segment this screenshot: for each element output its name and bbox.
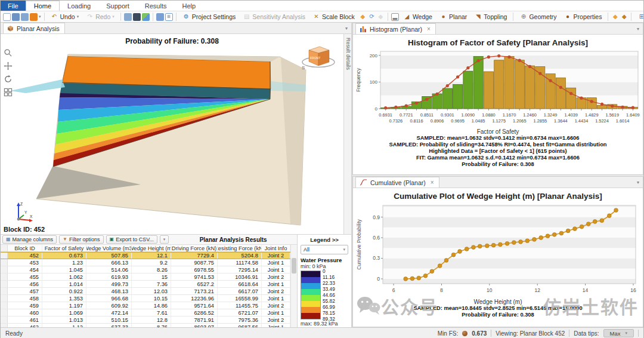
tab-planar-analysis[interactable]: Planar Analysis [3,23,65,33]
histogram-plot[interactable]: 0100200Frequency0.69310.73260.77210.8116… [354,49,642,128]
export-csv-button[interactable]: ▣ Export to CSV... [106,235,157,244]
data-tips-label: Data tips: [574,330,599,337]
rotate-block-icon[interactable]: ⟳ [368,13,376,21]
column-header[interactable]: Joint Info [262,245,290,251]
sensitivity-analysis-button[interactable]: ▤Sensitivity Analysis [240,13,308,21]
table-row[interactable]: 4581.353966.6810.1512236.9616558.99Joint… [1,295,290,302]
pan-icon[interactable] [2,60,13,71]
chevron-down-icon[interactable]: ▾ [637,180,639,185]
menu-tab-support[interactable]: Support [98,1,137,11]
project-settings-button[interactable]: ⚙Project Settings [179,13,239,21]
tab-histogram-planar[interactable]: Histogram (Planar) × [355,23,436,34]
table-cell: 455 [8,274,42,280]
planar-button[interactable]: ●Planar [436,13,470,21]
add-button[interactable]: ⊞Add [634,13,643,21]
undo-button[interactable]: ↶Undo▾ [48,13,82,21]
color-band [301,277,320,283]
viewport-title: Probability of Failure: 0.308 [1,37,343,45]
chevron-down-icon[interactable]: ▾ [637,26,639,32]
toppling-button[interactable]: ◥Toppling [471,13,510,21]
chevron-down-icon[interactable]: ▾ [345,26,348,31]
report-icon[interactable]: ≡ [165,13,173,21]
scale-block-button[interactable]: ✕Scale Block [309,13,358,21]
menu-tab-help[interactable]: Help [174,1,203,11]
scrollbar-thumb[interactable] [292,258,296,274]
data-tips-dropdown[interactable]: Max ▾ [603,329,634,337]
save-icon[interactable] [12,13,20,21]
table-row[interactable]: 4561.014499.737.366527.26618.64Joint 1 [1,281,290,288]
close-icon[interactable]: × [431,179,434,186]
column-header[interactable]: Wedge Volume (m3) [86,245,132,251]
table-cell: 10346.91 [218,274,262,280]
legend-header[interactable]: Legend >> [301,236,348,243]
orientation-cube[interactable]: S FRONT [299,42,338,73]
menu-tab-loading[interactable]: Loading [60,1,98,11]
svg-text:0.9: 0.9 [373,214,380,220]
ribbon-separator [176,13,177,21]
table-cell: 609.92 [86,302,132,309]
geometry-button[interactable]: ⊕Geometry [516,13,559,21]
copy-view-icon[interactable] [156,13,164,21]
table-cell: 6527.2 [171,281,218,287]
tab-cumulative-planar[interactable]: Cumulative (Planar) × [355,177,439,188]
image-export-icon[interactable] [142,13,150,21]
cumulative-plot[interactable]: 00.30.60.96810121416Cumulative Probabili… [354,202,642,298]
legend-filter-dropdown[interactable]: All ▾ [301,245,348,254]
svg-text:Y: Y [24,210,27,214]
dark-view-icon[interactable] [133,13,141,21]
table-cell: 1.069 [42,309,86,316]
table-cell: Joint 1 [262,281,290,287]
3d-scene[interactable] [1,34,345,235]
column-header[interactable]: Factor of Safety [42,245,86,251]
table-scrollbar[interactable] [290,245,297,327]
color-band [301,313,320,319]
table-row[interactable]: 4621.12637.338.768603.979687.56Joint 1 [1,324,290,327]
paint-down-icon[interactable]: ◆ [611,13,619,21]
paint-up-icon[interactable]: ◆ [620,13,628,21]
menu-tab-results[interactable]: Results [137,1,175,11]
filter-blocks-icon[interactable]: ◆ [377,13,385,21]
table-row[interactable]: 4611.013510.1512.87871.917975.36Joint 2 [1,317,290,324]
wedge-button[interactable]: ◢Wedge [400,13,435,21]
rotate-icon[interactable] [2,73,13,84]
table-row[interactable]: 4531.23666.139.29087.7511174.58Joint 1 [1,259,290,266]
3d-viewport[interactable]: Probability of Failure: 0.308 [1,34,351,235]
table-cell: 453 [8,259,42,266]
close-icon[interactable]: × [427,26,431,32]
column-header[interactable]: Resisting Force (kN) [218,245,262,251]
result-details-tab[interactable]: Result details [343,34,351,234]
redo-button[interactable]: ↷Redo▾ [83,13,117,21]
filter-options-button[interactable]: ▼ Filter options [59,235,103,244]
chart-frame-icon[interactable]: ▂ [391,13,399,21]
save-all-icon[interactable] [21,13,29,21]
table-cell: 9087.75 [171,259,218,266]
zoom-icon[interactable] [2,47,13,58]
ribbon-separator [608,13,608,21]
wand-icon[interactable]: ◆ [359,13,367,21]
status-bar: Ready Min FS: 0.673 Viewing: Planar Bloc… [1,327,643,338]
chevron-down-icon: ▾ [163,237,166,242]
new-file-icon[interactable] [3,13,11,21]
file-menu-button[interactable]: File [1,1,26,11]
screenshot-icon[interactable] [124,13,132,21]
column-header[interactable]: Block ID [8,245,42,251]
export-csv-caret-button[interactable]: ▾ [160,235,169,244]
stat-line: Probability of Failure: 0.308 [354,312,642,318]
block-color-icon[interactable] [30,13,38,21]
manage-columns-button[interactable]: ▦ Manage columns [2,235,57,244]
table-row[interactable]: 4551.062619.93159741.5310346.91Joint 2 [1,274,290,281]
table-row[interactable]: 4570.922468.1312.037173.216617.07Joint 2 [1,288,290,295]
table-cell: 7729.4 [171,253,218,259]
properties-button[interactable]: ●Properties [561,13,605,21]
table-row[interactable]: 4541.045514.068.266978.557295.14Joint 1 [1,266,290,274]
view-extents-icon[interactable] [2,87,13,97]
column-header[interactable]: Wedge Height (m) [132,245,171,251]
table-row[interactable]: 4601.069472.147.616286.526721.07Joint 1 [1,309,290,317]
planar-block-icon [462,331,467,336]
table-row[interactable]: 4591.197609.9214.869571.6411455.75Joint … [1,302,290,309]
cube-front-label: FRONT [310,56,320,60]
column-header[interactable]: Driving Force (kN) [171,245,218,251]
menu-tab-home[interactable]: Home [26,1,60,11]
table-row[interactable]: 4520.673507.8512.17729.45204.8Joint 2 [1,252,290,259]
chevron-down-icon[interactable]: ▾ [39,14,41,19]
